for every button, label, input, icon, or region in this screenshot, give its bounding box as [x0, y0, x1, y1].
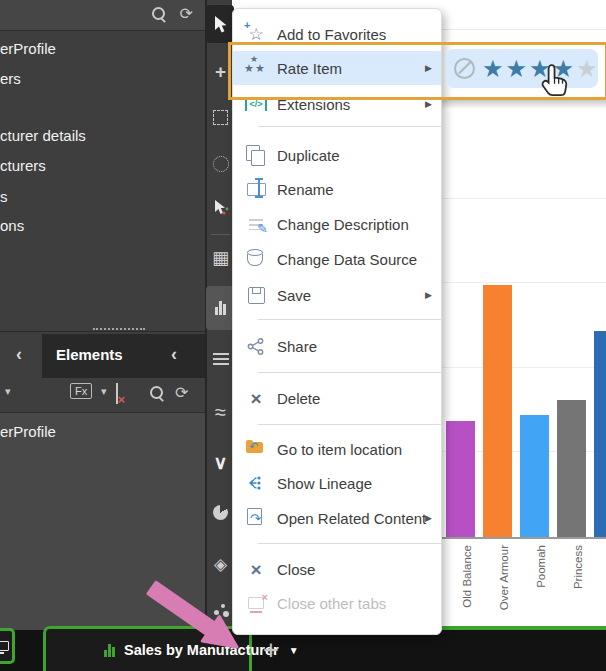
- file-item[interactable]: cturers: [0, 157, 46, 174]
- tab-dropdown-icon[interactable]: ▼: [289, 645, 299, 656]
- toolbar-divider: [211, 234, 230, 235]
- submenu-arrow-icon: ▶: [425, 99, 432, 109]
- wave-line-icon[interactable]: ≈: [207, 400, 234, 424]
- tab-title: Sales by Manufacturer: [124, 642, 279, 658]
- star-2-filled[interactable]: ★: [506, 55, 530, 82]
- collapse-left-icon[interactable]: ‹: [16, 344, 22, 365]
- menu-item-rate-item[interactable]: ★ ★ ★ Rate Item ▶: [233, 51, 441, 85]
- toolbar-strip: + ▦ ≈ ∨ ◈: [205, 0, 232, 630]
- elements-list: erProfile: [0, 413, 205, 631]
- elements-panel-header: ‹ Elements ‹: [0, 334, 205, 378]
- menu-item-extensions[interactable]: </> Extensions ▶: [233, 88, 441, 120]
- x-axis-label: Old Balance: [461, 545, 473, 608]
- database-icon: [243, 247, 269, 271]
- submenu-arrow-icon: ▶: [425, 290, 432, 300]
- context-menu: ☆ + Add to Favorites ★ ★ ★ Rate Item ▶ <…: [232, 8, 442, 635]
- bar-poomah[interactable]: [520, 415, 549, 537]
- bar-princess[interactable]: [557, 400, 586, 537]
- folder-location-icon: ↷: [243, 437, 269, 461]
- menu-item-share[interactable]: Share: [233, 330, 441, 362]
- description-pencil-icon: ✎: [243, 212, 269, 236]
- x-axis-label: Princess: [572, 545, 584, 589]
- star-1-filled[interactable]: ★: [482, 55, 506, 82]
- menu-item-change-description[interactable]: ✎ Change Description: [233, 208, 441, 240]
- file-item[interactable]: s: [0, 188, 8, 205]
- list-view-icon[interactable]: [207, 348, 234, 372]
- tab-partial-left[interactable]: [0, 628, 15, 664]
- new-tab-button[interactable]: +: [263, 630, 279, 671]
- menu-separator: [258, 424, 441, 425]
- stars-icon: ★ ★ ★: [243, 56, 269, 80]
- grid-view-icon[interactable]: ▦: [207, 246, 234, 270]
- menu-item-close[interactable]: × Close: [233, 553, 441, 585]
- bar-old-balance[interactable]: [446, 421, 475, 537]
- elements-tab[interactable]: Elements ‹: [42, 334, 205, 378]
- elements-toolbar: ▾ Fx ▾ × ⟳: [0, 378, 205, 413]
- menu-item-show-lineage[interactable]: Show Lineage: [233, 467, 441, 499]
- bar-over-armour[interactable]: [483, 285, 512, 537]
- menu-item-duplicate[interactable]: Duplicate: [233, 139, 441, 171]
- collapse-right-icon[interactable]: ‹: [171, 344, 177, 365]
- elements-panel-title: Elements: [56, 346, 123, 363]
- menu-item-rename[interactable]: Rename: [233, 173, 441, 205]
- file-item[interactable]: erProfile: [0, 40, 56, 57]
- close-x-icon: ×: [243, 557, 269, 581]
- no-rating-icon[interactable]: [454, 58, 475, 79]
- menu-item-open-related-content[interactable]: ↷ Open Related Content ▶: [233, 502, 441, 534]
- menu-item-change-data-source[interactable]: Change Data Source: [233, 243, 441, 275]
- fx-formula-icon[interactable]: Fx: [70, 383, 92, 399]
- menu-item-close-other-tabs: × Close other tabs: [233, 587, 441, 619]
- panel-resize-handle[interactable]: [93, 328, 145, 330]
- chevron-down-icon[interactable]: ∨: [207, 450, 234, 474]
- lasso-select-tool-icon[interactable]: [207, 152, 234, 176]
- search-icon[interactable]: [151, 6, 167, 22]
- search-icon[interactable]: [149, 385, 165, 401]
- pointer-tool-icon[interactable]: [207, 12, 234, 36]
- pie-chart-tool-icon[interactable]: [207, 500, 234, 524]
- file-item[interactable]: cturer details: [0, 127, 86, 144]
- element-item[interactable]: erProfile: [0, 423, 205, 440]
- green-bar-chart-icon: [104, 644, 115, 657]
- bottom-tab-bar: Sales by Manufacturer ▼ +: [0, 630, 606, 671]
- file-item[interactable]: ons: [0, 217, 24, 234]
- monitor-icon: [0, 641, 9, 651]
- refresh-icon[interactable]: ⟳: [175, 385, 188, 401]
- scatter-tool-icon[interactable]: [207, 598, 234, 622]
- submenu-arrow-icon: ▶: [425, 513, 432, 523]
- menu-separator: [258, 372, 441, 373]
- rename-icon: [243, 177, 269, 201]
- rating-stars: ★★★★★: [482, 57, 600, 81]
- data-point-select-tool-icon[interactable]: [207, 196, 234, 220]
- x-axis-label: Over Armour: [498, 545, 510, 610]
- star-4-filled[interactable]: ★: [553, 55, 577, 82]
- lineage-icon: [243, 471, 269, 495]
- share-icon: [243, 334, 269, 358]
- related-content-icon: ↷: [243, 506, 269, 530]
- crosshair-tool-icon[interactable]: +: [207, 60, 234, 84]
- save-icon: [243, 283, 269, 307]
- tab-sales-by-manufacturer[interactable]: Sales by Manufacturer ▼: [43, 626, 252, 671]
- menu-separator: [258, 543, 441, 544]
- rating-flyout: ★★★★★: [446, 49, 598, 88]
- clear-selection-icon[interactable]: ×: [116, 383, 118, 404]
- menu-item-delete[interactable]: × Delete: [233, 382, 441, 414]
- fx-dropdown-icon[interactable]: ▾: [101, 385, 107, 398]
- star-5-empty[interactable]: ★: [576, 55, 600, 82]
- explorer-toolbar: ⟳: [0, 0, 205, 31]
- bar-ribock[interactable]: [594, 331, 606, 537]
- bar-chart-tool-icon[interactable]: [207, 296, 234, 320]
- file-item[interactable]: ers: [0, 70, 21, 87]
- menu-item-go-to-item-location[interactable]: ↷ Go to item location: [233, 433, 441, 465]
- submenu-arrow-icon: ▶: [425, 63, 432, 73]
- close-tabs-icon: ×: [243, 591, 269, 615]
- refresh-icon[interactable]: ⟳: [180, 6, 193, 22]
- elements-panel: ‹ Elements ‹ ▾ Fx ▾ × ⟳ erProfile: [0, 331, 205, 631]
- menu-item-add-to-favorites[interactable]: ☆ + Add to Favorites: [233, 18, 441, 50]
- rectangle-select-tool-icon[interactable]: [207, 105, 234, 129]
- star-3-filled[interactable]: ★: [529, 55, 553, 82]
- menu-item-save[interactable]: Save ▶: [233, 279, 441, 311]
- delete-x-icon: ×: [243, 386, 269, 410]
- dropdown-icon[interactable]: ▾: [5, 385, 11, 398]
- app-window: Old BalanceOver ArmourPoomahPrincessRibo…: [0, 0, 606, 671]
- cube-3d-tool-icon[interactable]: ◈: [207, 552, 234, 576]
